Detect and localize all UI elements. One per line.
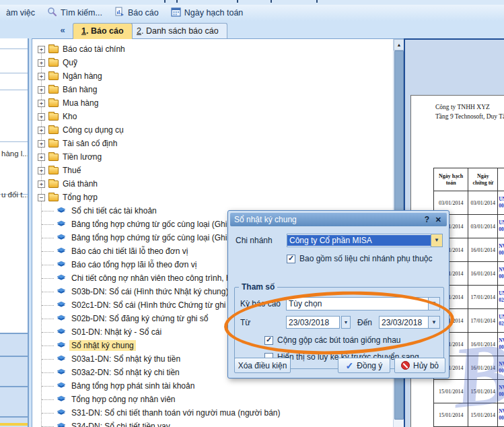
report-book-icon [57, 407, 66, 418]
left-strip-item-fragment[interactable]: hàng l... [1, 150, 29, 158]
tree-report-label: Bảng tổng hợp chứng từ gốc cùng loại (Gh… [69, 232, 245, 243]
ok-label: Đồng ý [357, 361, 382, 370]
include-subbranch-checkbox[interactable] [287, 255, 295, 263]
tree-folder-label: Tổng hợp [63, 193, 98, 202]
posting-date-button[interactable]: Ngày hạch toán [165, 5, 250, 20]
tab1-label: . Báo cáo [86, 26, 124, 36]
tree-expand-toggle-icon[interactable]: + [38, 140, 45, 147]
workspace-button[interactable]: àm việc [0, 5, 41, 20]
left-strip-item-fragment[interactable]: u đối t... [1, 191, 29, 199]
report-label: Báo cáo [128, 8, 159, 18]
period-selected-value: Tùy chọn [287, 298, 428, 309]
tree-expand-toggle-icon[interactable]: + [38, 73, 45, 80]
clear-conditions-label: Xóa điều kiện [238, 361, 287, 370]
tree-report-row[interactable]: S31-DN: Sổ chi tiết thanh toán với người… [38, 406, 393, 420]
search-label: Tìm kiếm... [61, 8, 102, 18]
tree-report-row[interactable]: Bảng tổng hợp phát sinh tài khoản [38, 379, 393, 393]
tree-folder-label: Ngân hàng [63, 71, 102, 81]
document-number-cell: UN021 [498, 286, 504, 309]
branch-combobox[interactable]: Công ty Cổ phần MISA ▼ [287, 234, 443, 247]
tree-folder-row[interactable]: + Giá thành [38, 177, 393, 191]
parameters-group-title: Tham số [239, 282, 277, 292]
top-cutoff-row [0, 0, 504, 5]
clear-conditions-button[interactable]: Xóa điều kiện [234, 358, 291, 373]
tree-expand-toggle-icon[interactable]: + [38, 86, 45, 94]
folder-icon [48, 194, 59, 201]
tree-report-row[interactable]: S34-DN: Sổ chi tiết tiền vay [38, 420, 393, 427]
report-book-icon [57, 259, 66, 270]
tree-folder-row[interactable]: + Tài sản cố định [38, 137, 393, 150]
document-number-cell: NV007 [498, 262, 504, 286]
posting-date-label: Ngày hạch toán [184, 8, 244, 18]
tab-danh-sach-bao-cao[interactable]: 2. Danh sách báo cáo [128, 23, 227, 39]
tree-report-label: Sổ chi tiết các tài khoản [69, 205, 159, 216]
tree-folder-row[interactable]: + Tiền lương [38, 150, 393, 164]
chevron-down-icon[interactable]: ▾ [342, 317, 350, 328]
tree-report-label: S01-DN: Nhật ký - Sổ cái [69, 327, 164, 337]
tree-folder-row[interactable]: + Kho [38, 110, 393, 123]
document-date-cell: 16/01/2014 [468, 262, 498, 286]
tree-folder-label: Bán hàng [63, 85, 97, 94]
tree-expand-toggle-icon[interactable]: + [38, 59, 45, 67]
branch-selected-value: Công ty Cổ phần MISA [287, 235, 431, 246]
from-date-field[interactable]: 23/03/2018 [286, 316, 340, 329]
so-nhat-ky-chung-dialog: Sổ nhật ký chung ? ✕ Chi nhánh Công ty C… [227, 210, 449, 379]
tree-expand-toggle-icon[interactable]: − [38, 194, 45, 201]
ok-button[interactable]: ✓ Đồng ý [338, 358, 390, 373]
cancel-button[interactable]: Hủy bỏ [394, 358, 445, 373]
period-combobox[interactable]: Tùy chọn ▼ [286, 297, 440, 310]
report-book-icon [57, 394, 66, 405]
tree-folder-row[interactable]: + Báo cáo tài chính [38, 42, 393, 56]
tree-folder-row[interactable]: + Ngân hàng [38, 69, 393, 83]
report-book-icon [57, 367, 66, 378]
tree-folder-row[interactable]: − Tổng hợp [38, 191, 393, 204]
tree-report-label: Tổng hợp công nợ nhân viên [69, 394, 178, 405]
tree-folder-row[interactable]: + Mua hàng [38, 96, 393, 110]
document-number-cell: UN001 [498, 191, 504, 215]
chevron-down-icon[interactable]: ▼ [431, 234, 442, 247]
tab2-number: 2 [137, 26, 141, 36]
tree-expand-toggle-icon[interactable]: + [38, 100, 45, 107]
help-icon[interactable]: ? [425, 213, 429, 226]
preview-col-so: Số [498, 168, 504, 191]
close-icon[interactable]: ✕ [435, 213, 441, 226]
tree-folder-row[interactable]: + Quỹ [38, 56, 393, 69]
tree-report-label: S03a1-DN: Sổ nhật ký thu tiền [69, 354, 182, 364]
to-date-field[interactable]: 23/03/2018 ▼ [379, 316, 440, 329]
folder-icon [48, 127, 59, 134]
dialog-title-bar[interactable]: Sổ nhật ký chung ? ✕ [230, 213, 447, 226]
include-subbranch-label: Bao gồm số liệu chi nhánh phụ thuộc [299, 254, 432, 263]
tree-expand-toggle-icon[interactable]: + [38, 46, 45, 53]
dialog-title: Sổ nhật ký chung [234, 215, 297, 224]
period-label: Kỳ báo cáo [240, 299, 281, 308]
folder-icon [48, 100, 59, 107]
search-button[interactable]: Tìm kiếm... [41, 5, 108, 20]
merge-entries-label: Cộng gộp các bút toán giống nhau [277, 335, 400, 345]
tree-expand-toggle-icon[interactable]: + [38, 154, 45, 161]
left-strip-module-buttons[interactable] [0, 333, 29, 427]
tree-expand-toggle-icon[interactable]: + [38, 113, 45, 121]
report-book-icon [57, 219, 66, 230]
chevron-down-icon[interactable]: ▼ [428, 298, 439, 310]
scrollbar-up-arrow-icon[interactable]: ▲ [394, 39, 404, 51]
tree-folder-row[interactable]: + Thuế [38, 164, 393, 177]
chevron-down-icon[interactable]: ▼ [428, 317, 439, 328]
report-button[interactable]: Báo cáo [108, 5, 165, 20]
tree-folder-row[interactable]: + Bán hàng [38, 83, 393, 96]
merge-entries-checkbox[interactable] [264, 336, 273, 345]
from-label: Từ [240, 318, 250, 327]
preview-col-ngay-chung-tu: Ngày chứng từ [468, 168, 498, 191]
tree-report-row[interactable]: Tổng hợp công nợ nhân viên [38, 393, 393, 406]
report-book-icon [57, 205, 66, 216]
folder-icon [48, 140, 59, 147]
collapse-sidebar-button[interactable]: « [52, 24, 73, 37]
tree-expand-toggle-icon[interactable]: + [38, 127, 45, 134]
tree-expand-toggle-icon[interactable]: + [38, 180, 45, 188]
tree-folder-row[interactable]: + Công cụ dụng cụ [38, 123, 393, 137]
tree-expand-toggle-icon[interactable]: + [38, 167, 45, 174]
tree-folder-label: Báo cáo tài chính [63, 44, 125, 54]
from-date-dropdown[interactable]: ▾ [341, 316, 351, 329]
tree-report-label: S03b-DN: Sổ cái (Hình thức Nhật ký chung… [69, 286, 230, 297]
tree-report-label: S34-DN: Sổ chi tiết tiền vay [69, 421, 172, 427]
tab-bao-cao[interactable]: 1. Báo cáo [73, 23, 133, 39]
